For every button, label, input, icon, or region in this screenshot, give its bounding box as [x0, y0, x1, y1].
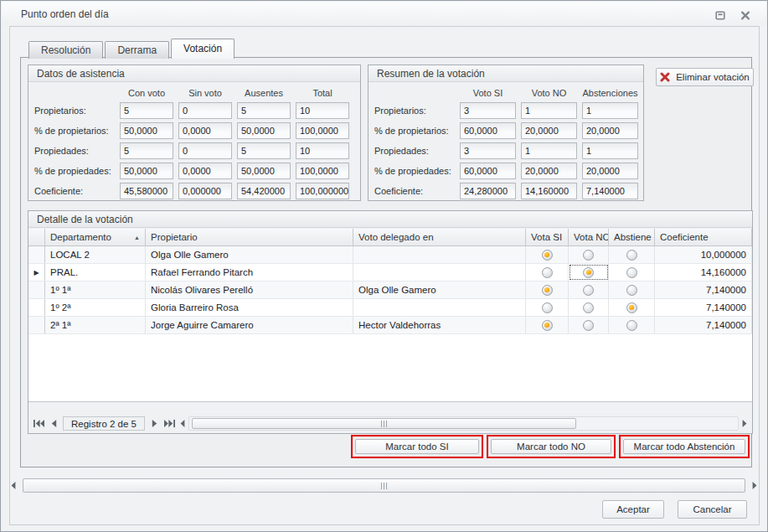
accept-button[interactable]: Aceptar	[602, 500, 664, 519]
radio-no[interactable]	[583, 285, 594, 296]
delete-vote-button[interactable]: Eliminar votación	[656, 68, 754, 86]
value-field[interactable]: 10	[296, 142, 349, 159]
radio-si[interactable]	[542, 285, 553, 296]
radio-si[interactable]	[542, 250, 553, 261]
cell-vota-si[interactable]	[526, 317, 569, 333]
table-row[interactable]: ▶PRAL.Rafael Ferrando Pitarch14,160000	[28, 264, 752, 281]
value-field[interactable]: 20,0000	[521, 163, 577, 179]
cell-vota-si[interactable]	[526, 246, 569, 263]
scrollbar-thumb[interactable]	[192, 418, 576, 429]
tab-derrama[interactable]: Derrama	[105, 41, 169, 59]
nav-next-button[interactable]	[147, 417, 161, 431]
marcar-todo-si-button[interactable]: Marcar todo SI	[355, 439, 479, 454]
value-field[interactable]: 1	[521, 102, 577, 119]
cell-vota-no[interactable]	[569, 264, 609, 281]
marcar-todo-no-button[interactable]: Marcar todo NO	[491, 439, 611, 454]
restore-window-button[interactable]	[713, 8, 728, 23]
radio-abstencion[interactable]	[626, 267, 637, 278]
table-row[interactable]: 1º 2ªGloria Barreiro Rosa7,140000	[28, 299, 752, 317]
cancel-button[interactable]: Cancelar	[678, 500, 747, 519]
value-field[interactable]: 14,160000	[521, 183, 577, 199]
radio-no[interactable]	[583, 320, 594, 331]
value-field[interactable]: 3	[460, 142, 516, 159]
value-field[interactable]: 5	[120, 102, 173, 119]
value-field[interactable]: 50,0000	[120, 122, 173, 139]
cell-vota-abstencion[interactable]	[609, 246, 655, 263]
value-field[interactable]: 1	[521, 142, 577, 159]
cell-vota-si[interactable]	[526, 264, 569, 281]
radio-no[interactable]	[583, 250, 594, 261]
value-field[interactable]: 24,280000	[460, 183, 516, 199]
nav-prev-button[interactable]	[47, 417, 60, 431]
scroll-left-button[interactable]	[178, 417, 188, 431]
value-field[interactable]: 0,0000	[178, 122, 232, 139]
scroll-right-button[interactable]	[750, 479, 760, 493]
radio-abstencion[interactable]	[626, 250, 637, 261]
scroll-left-button[interactable]	[8, 479, 18, 493]
radio-abstencion[interactable]	[626, 285, 637, 296]
tab-resolucion[interactable]: Resolución	[28, 41, 103, 59]
value-field[interactable]: 5	[120, 142, 173, 159]
table-horizontal-scrollbar[interactable]	[178, 416, 750, 431]
cell-vota-abstencion[interactable]	[609, 281, 655, 298]
value-field[interactable]: 1	[582, 102, 638, 119]
value-field[interactable]: 20,0000	[582, 122, 638, 139]
cell-vota-si[interactable]	[526, 281, 569, 298]
column-header-1[interactable]: Departamento▲	[45, 229, 146, 245]
radio-abstencion[interactable]	[626, 320, 637, 331]
value-field[interactable]: 0,0000	[178, 163, 232, 179]
column-header-2[interactable]: Propietario	[146, 229, 353, 245]
marcar-todo-abstencion-button[interactable]: Marcar todo Abstención	[623, 439, 745, 454]
nav-first-button[interactable]	[32, 417, 45, 431]
radio-no[interactable]	[583, 267, 594, 278]
table-row[interactable]: LOCAL 2Olga Olle Gamero10,000000	[28, 246, 752, 264]
table-row[interactable]: 2ª 1ªJorge Aguirre CamareroHector Valdeh…	[28, 317, 752, 334]
scrollbar-track[interactable]	[188, 416, 739, 431]
value-field[interactable]: 0,000000	[178, 183, 232, 199]
column-header-7[interactable]: Coeficiente	[655, 229, 752, 245]
value-field[interactable]: 7,140000	[582, 183, 638, 199]
cell-vota-no[interactable]	[569, 317, 609, 333]
value-field[interactable]: 60,0000	[460, 163, 516, 179]
column-header-4[interactable]: Vota SI	[526, 229, 569, 245]
value-field[interactable]: 100,000000	[296, 183, 349, 199]
value-field[interactable]: 5	[237, 102, 291, 119]
value-field[interactable]: 5	[237, 142, 291, 159]
scrollbar-thumb[interactable]	[23, 478, 745, 493]
value-field[interactable]: 50,0000	[237, 122, 291, 139]
cell-vota-abstencion[interactable]	[609, 317, 655, 333]
cell-vota-abstencion[interactable]	[609, 264, 655, 281]
nav-last-button[interactable]	[162, 417, 176, 431]
scrollbar-track[interactable]	[18, 478, 750, 493]
value-field[interactable]: 45,580000	[120, 183, 173, 199]
radio-abstencion[interactable]	[626, 302, 637, 313]
column-header-3[interactable]: Voto delegado en	[353, 229, 526, 245]
tab-votacion[interactable]: Votación	[171, 39, 235, 59]
cell-vota-abstencion[interactable]	[609, 299, 655, 316]
value-field[interactable]: 60,0000	[460, 122, 516, 139]
radio-no[interactable]	[583, 302, 594, 313]
value-field[interactable]: 3	[460, 102, 516, 119]
value-field[interactable]: 1	[582, 142, 638, 159]
value-field[interactable]: 0	[178, 102, 232, 119]
value-field[interactable]: 54,420000	[237, 183, 291, 199]
value-field[interactable]: 20,0000	[521, 122, 577, 139]
radio-si[interactable]	[542, 302, 553, 313]
value-field[interactable]: 50,0000	[120, 163, 173, 179]
value-field[interactable]: 10	[296, 102, 349, 119]
value-field[interactable]: 50,0000	[237, 163, 291, 179]
cell-vota-no[interactable]	[569, 281, 609, 298]
radio-si[interactable]	[542, 320, 553, 331]
table-row[interactable]: 1º 1ªNicolás Olivares PerellóOlga Olle G…	[28, 281, 752, 299]
scroll-right-button[interactable]	[740, 417, 750, 431]
column-header-6[interactable]: Abstiene	[609, 229, 655, 245]
value-field[interactable]: 20,0000	[582, 163, 638, 179]
dialog-horizontal-scrollbar[interactable]	[8, 478, 760, 493]
radio-si[interactable]	[542, 267, 553, 278]
value-field[interactable]: 100,0000	[296, 122, 349, 139]
close-window-button[interactable]	[738, 8, 753, 23]
cell-vota-si[interactable]	[526, 299, 569, 316]
value-field[interactable]: 100,0000	[296, 163, 349, 179]
value-field[interactable]: 0	[178, 142, 232, 159]
cell-vota-no[interactable]	[569, 299, 609, 316]
